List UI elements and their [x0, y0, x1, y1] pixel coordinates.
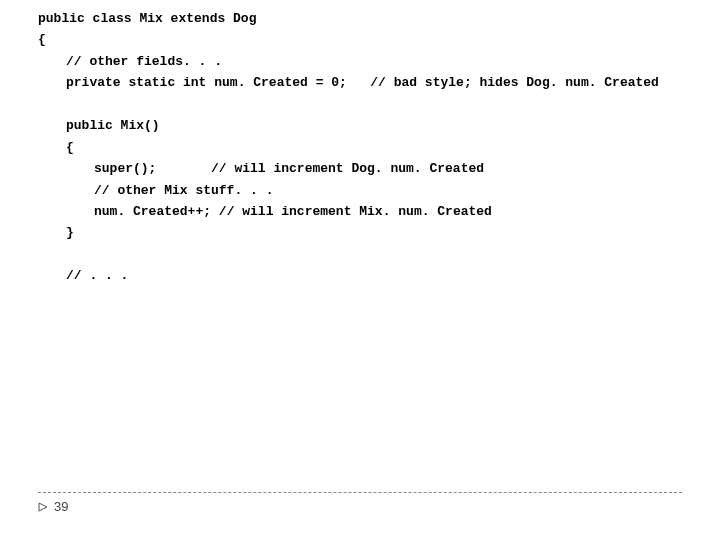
- code-line: {: [38, 29, 720, 50]
- code-line: num. Created++; // will increment Mix. n…: [38, 201, 720, 222]
- code-line: public class Mix extends Dog: [38, 8, 720, 29]
- code-text: // other fields. . .: [66, 54, 222, 69]
- code-line: private static int num. Created = 0; // …: [38, 72, 720, 93]
- code-text: {: [38, 32, 46, 47]
- code-slide: public class Mix extends Dog { // other …: [0, 0, 720, 287]
- code-text: super();: [94, 161, 156, 176]
- blank-line: [38, 244, 720, 265]
- svg-marker-0: [39, 503, 47, 511]
- code-line: }: [38, 222, 720, 243]
- code-text: num. Created++;: [94, 204, 211, 219]
- code-comment: // will increment Dog. num. Created: [211, 161, 484, 176]
- code-line: // other fields. . .: [38, 51, 720, 72]
- blank-line: [38, 94, 720, 115]
- code-line: super(); // will increment Dog. num. Cre…: [38, 158, 720, 179]
- code-text: public class Mix extends Dog: [38, 11, 256, 26]
- slide-footer: 39: [38, 492, 682, 514]
- code-comment: // will increment Mix. num. Created: [219, 204, 492, 219]
- code-text: {: [66, 140, 74, 155]
- code-line: public Mix(): [38, 115, 720, 136]
- code-comment: // bad style; hides Dog. num. Created: [370, 75, 659, 90]
- code-text: // other Mix stuff. . .: [94, 183, 273, 198]
- code-line: // . . .: [38, 265, 720, 286]
- play-icon: [38, 502, 48, 512]
- page-number: 39: [54, 499, 68, 514]
- code-text: private static int num. Created = 0;: [66, 75, 347, 90]
- code-line: {: [38, 137, 720, 158]
- code-text: public Mix(): [66, 118, 160, 133]
- code-text: // . . .: [66, 268, 128, 283]
- code-text: }: [66, 225, 74, 240]
- code-line: // other Mix stuff. . .: [38, 180, 720, 201]
